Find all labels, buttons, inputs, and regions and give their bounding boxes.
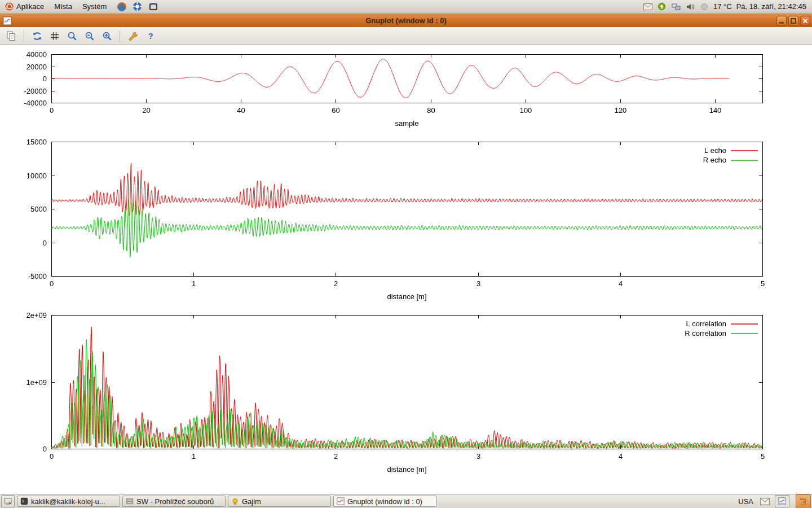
- help-icon[interactable]: [132, 1, 143, 12]
- svg-text:?: ?: [148, 31, 153, 41]
- window-titlebar[interactable]: Gnuplot (window id : 0): [0, 14, 812, 27]
- gnuplot-window-icon: [3, 16, 12, 25]
- top-panel: Aplikace Místa Systém: [0, 0, 812, 14]
- menu-applications[interactable]: Aplikace: [0, 0, 49, 13]
- taskbar: kaklik@kaklik-kolej-u... SW - Prohlížeč …: [0, 494, 812, 508]
- mail-icon[interactable]: [760, 498, 770, 505]
- task-button-gajim[interactable]: Gajim: [228, 496, 331, 507]
- zoom-out-icon[interactable]: [82, 29, 97, 43]
- replot-icon[interactable]: [29, 29, 45, 43]
- close-button[interactable]: [800, 16, 810, 26]
- task-button-gnuplot[interactable]: Gnuplot (window id : 0): [333, 496, 436, 507]
- grid-icon[interactable]: [47, 29, 62, 43]
- minimize-button[interactable]: [776, 16, 787, 26]
- task-button-terminal[interactable]: kaklik@kaklik-kolej-u...: [17, 496, 120, 507]
- show-desktop-icon[interactable]: [1, 495, 15, 507]
- window-title: Gnuplot (window id : 0): [365, 14, 447, 28]
- menu-applications-label: Aplikace: [16, 2, 44, 11]
- taskbar-tray: USA: [736, 494, 811, 508]
- network-icon[interactable]: [671, 2, 681, 11]
- screenshot-icon[interactable]: [148, 1, 158, 12]
- gajim-icon: [231, 497, 239, 506]
- plot-area: [0, 45, 812, 494]
- window-buttons: [776, 16, 810, 26]
- settings-icon[interactable]: [125, 29, 140, 43]
- terminal-icon: [20, 497, 28, 505]
- copy-icon[interactable]: [3, 29, 19, 43]
- volume-icon[interactable]: [685, 2, 695, 11]
- window-toolbar: ?: [0, 27, 812, 45]
- zoom-in-icon[interactable]: [99, 29, 114, 43]
- toolbar-separator: [24, 30, 24, 42]
- trash-icon[interactable]: [796, 494, 811, 508]
- menu-places-label: Místa: [54, 2, 72, 11]
- mail-icon[interactable]: [643, 2, 652, 11]
- file-manager-icon: [126, 497, 134, 505]
- keyboard-layout-indicator[interactable]: USA: [736, 497, 755, 506]
- desktop: Aplikace Místa Systém: [0, 0, 812, 508]
- menu-places[interactable]: Místa: [49, 0, 77, 13]
- gnuplot-tray-icon[interactable]: [775, 495, 789, 507]
- menu-system[interactable]: Systém: [77, 0, 112, 13]
- task-button-file-manager[interactable]: SW - Prohlížeč souborů: [122, 496, 226, 507]
- firefox-icon[interactable]: [116, 1, 127, 12]
- gnuplot-icon: [337, 497, 345, 505]
- weather-icon[interactable]: [699, 2, 709, 11]
- plots-canvas[interactable]: [0, 45, 812, 494]
- zoom-previous-icon[interactable]: [64, 29, 80, 43]
- task-label: Gajim: [242, 497, 261, 506]
- task-label: kaklik@kaklik-kolej-u...: [31, 497, 105, 506]
- menu-system-label: Systém: [82, 2, 107, 11]
- maximize-button[interactable]: [788, 16, 798, 26]
- clock-label[interactable]: Pá, 18. září, 21:42:45: [736, 2, 806, 11]
- toolbar-separator: [120, 30, 120, 42]
- task-label: SW - Prohlížeč souborů: [136, 497, 214, 506]
- ubuntu-logo-icon: [5, 2, 14, 11]
- task-label: Gnuplot (window id : 0): [347, 497, 422, 506]
- panel-launchers: [116, 1, 158, 12]
- system-tray: 17 °C Pá, 18. září, 21:42:45: [643, 2, 812, 11]
- gajim-status-icon[interactable]: [657, 2, 667, 11]
- temperature-label[interactable]: 17 °C: [713, 2, 732, 11]
- help-icon[interactable]: ?: [143, 29, 158, 43]
